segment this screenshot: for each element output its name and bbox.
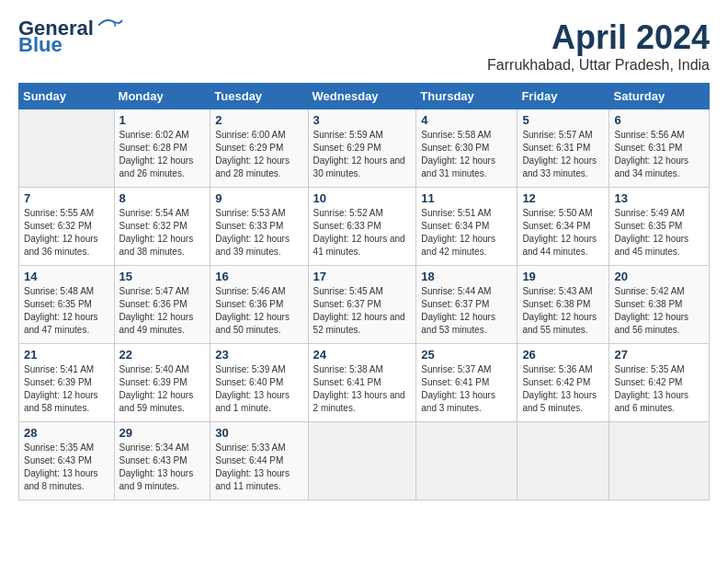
day-number: 13 (614, 191, 704, 205)
calendar-week-row: 14Sunrise: 5:48 AMSunset: 6:35 PMDayligh… (19, 266, 710, 344)
day-info: Sunrise: 5:33 AMSunset: 6:44 PMDaylight:… (215, 442, 302, 493)
day-info: Sunrise: 5:48 AMSunset: 6:35 PMDaylight:… (24, 285, 109, 337)
day-number: 11 (421, 191, 512, 205)
logo-blue-text: Blue (18, 35, 63, 55)
calendar-day-cell: 16Sunrise: 5:46 AMSunset: 6:36 PMDayligh… (210, 266, 308, 344)
day-info: Sunrise: 5:47 AMSunset: 6:36 PMDaylight:… (119, 285, 206, 337)
day-number: 5 (522, 113, 604, 127)
day-number: 6 (614, 113, 704, 127)
calendar-day-cell: 29Sunrise: 5:34 AMSunset: 6:43 PMDayligh… (114, 422, 210, 500)
day-info: Sunrise: 5:40 AMSunset: 6:39 PMDaylight:… (119, 363, 206, 415)
day-info: Sunrise: 5:55 AMSunset: 6:32 PMDaylight:… (24, 207, 109, 259)
calendar-day-cell (308, 422, 416, 500)
calendar-day-cell: 25Sunrise: 5:37 AMSunset: 6:41 PMDayligh… (416, 344, 518, 422)
calendar-day-cell: 4Sunrise: 5:58 AMSunset: 6:30 PMDaylight… (416, 109, 518, 188)
calendar-day-cell: 12Sunrise: 5:50 AMSunset: 6:34 PMDayligh… (518, 188, 609, 266)
day-info: Sunrise: 5:50 AMSunset: 6:34 PMDaylight:… (522, 207, 604, 259)
calendar-day-cell: 1Sunrise: 6:02 AMSunset: 6:28 PMDaylight… (114, 109, 210, 188)
day-info: Sunrise: 5:39 AMSunset: 6:40 PMDaylight:… (215, 363, 302, 415)
day-number: 23 (215, 348, 302, 362)
calendar-day-cell: 5Sunrise: 5:57 AMSunset: 6:31 PMDaylight… (518, 109, 609, 188)
day-info: Sunrise: 5:35 AMSunset: 6:43 PMDaylight:… (24, 442, 109, 493)
calendar-day-cell: 18Sunrise: 5:44 AMSunset: 6:37 PMDayligh… (416, 266, 518, 344)
day-info: Sunrise: 5:41 AMSunset: 6:39 PMDaylight:… (24, 363, 109, 415)
day-number: 3 (313, 113, 412, 127)
day-number: 1 (119, 113, 206, 127)
day-number: 9 (215, 191, 302, 205)
day-number: 15 (119, 270, 206, 283)
day-info: Sunrise: 5:49 AMSunset: 6:35 PMDaylight:… (614, 207, 704, 259)
calendar-day-cell: 15Sunrise: 5:47 AMSunset: 6:36 PMDayligh… (114, 266, 210, 344)
day-info: Sunrise: 5:43 AMSunset: 6:38 PMDaylight:… (522, 285, 604, 337)
calendar-day-cell: 26Sunrise: 5:36 AMSunset: 6:42 PMDayligh… (518, 344, 609, 422)
calendar-table: SundayMondayTuesdayWednesdayThursdayFrid… (18, 83, 710, 500)
calendar-day-cell (416, 422, 518, 500)
calendar-day-cell: 8Sunrise: 5:54 AMSunset: 6:32 PMDaylight… (114, 188, 210, 266)
calendar-day-cell: 6Sunrise: 5:56 AMSunset: 6:31 PMDaylight… (609, 109, 710, 188)
day-number: 4 (421, 113, 512, 127)
calendar-day-cell: 17Sunrise: 5:45 AMSunset: 6:37 PMDayligh… (308, 266, 416, 344)
month-title: April 2024 (487, 18, 710, 57)
day-number: 2 (215, 113, 302, 127)
page-header: General Blue April 2024 Farrukhabad, Utt… (18, 18, 710, 74)
calendar-week-row: 28Sunrise: 5:35 AMSunset: 6:43 PMDayligh… (19, 422, 710, 500)
calendar-day-cell: 27Sunrise: 5:35 AMSunset: 6:42 PMDayligh… (609, 344, 710, 422)
day-info: Sunrise: 6:00 AMSunset: 6:29 PMDaylight:… (215, 129, 302, 180)
logo: General Blue (18, 18, 123, 55)
day-number: 20 (614, 270, 704, 283)
title-area: April 2024 Farrukhabad, Uttar Pradesh, I… (487, 18, 710, 74)
day-of-week-header: Saturday (609, 84, 710, 109)
day-info: Sunrise: 5:34 AMSunset: 6:43 PMDaylight:… (119, 442, 206, 493)
day-number: 29 (119, 426, 206, 440)
day-number: 8 (119, 191, 206, 205)
day-of-week-header: Tuesday (210, 84, 308, 109)
day-number: 25 (421, 348, 512, 362)
calendar-day-cell: 13Sunrise: 5:49 AMSunset: 6:35 PMDayligh… (609, 188, 710, 266)
calendar-week-row: 21Sunrise: 5:41 AMSunset: 6:39 PMDayligh… (19, 344, 710, 422)
calendar-week-row: 1Sunrise: 6:02 AMSunset: 6:28 PMDaylight… (19, 109, 710, 188)
day-number: 30 (215, 426, 302, 440)
day-info: Sunrise: 5:57 AMSunset: 6:31 PMDaylight:… (522, 129, 604, 180)
calendar-day-cell (609, 422, 710, 500)
day-info: Sunrise: 5:58 AMSunset: 6:30 PMDaylight:… (421, 129, 512, 180)
day-number: 22 (119, 348, 206, 362)
calendar-day-cell (19, 109, 115, 188)
day-info: Sunrise: 5:56 AMSunset: 6:31 PMDaylight:… (614, 129, 704, 180)
day-number: 16 (215, 270, 302, 283)
day-info: Sunrise: 5:36 AMSunset: 6:42 PMDaylight:… (522, 363, 604, 415)
day-of-week-header: Wednesday (308, 84, 416, 109)
day-number: 28 (24, 426, 109, 440)
day-number: 24 (313, 348, 412, 362)
day-number: 17 (313, 270, 412, 283)
logo-bird-icon (96, 17, 123, 33)
day-info: Sunrise: 5:37 AMSunset: 6:41 PMDaylight:… (421, 363, 512, 415)
day-info: Sunrise: 5:54 AMSunset: 6:32 PMDaylight:… (119, 207, 206, 259)
day-number: 27 (614, 348, 704, 362)
calendar-day-cell: 7Sunrise: 5:55 AMSunset: 6:32 PMDaylight… (19, 188, 115, 266)
day-of-week-header: Sunday (19, 84, 115, 109)
calendar-week-row: 7Sunrise: 5:55 AMSunset: 6:32 PMDaylight… (19, 188, 710, 266)
calendar-day-cell: 2Sunrise: 6:00 AMSunset: 6:29 PMDaylight… (210, 109, 308, 188)
day-number: 10 (313, 191, 412, 205)
day-info: Sunrise: 5:45 AMSunset: 6:37 PMDaylight:… (313, 285, 412, 337)
day-number: 7 (24, 191, 109, 205)
calendar-day-cell: 24Sunrise: 5:38 AMSunset: 6:41 PMDayligh… (308, 344, 416, 422)
day-info: Sunrise: 5:51 AMSunset: 6:34 PMDaylight:… (421, 207, 512, 259)
calendar-day-cell: 9Sunrise: 5:53 AMSunset: 6:33 PMDaylight… (210, 188, 308, 266)
location-title: Farrukhabad, Uttar Pradesh, India (487, 57, 710, 74)
day-of-week-header: Friday (518, 84, 609, 109)
day-info: Sunrise: 5:35 AMSunset: 6:42 PMDaylight:… (614, 363, 704, 415)
day-info: Sunrise: 5:38 AMSunset: 6:41 PMDaylight:… (313, 363, 412, 415)
day-of-week-header: Monday (114, 84, 210, 109)
calendar-day-cell: 22Sunrise: 5:40 AMSunset: 6:39 PMDayligh… (114, 344, 210, 422)
day-info: Sunrise: 5:42 AMSunset: 6:38 PMDaylight:… (614, 285, 704, 337)
day-info: Sunrise: 5:53 AMSunset: 6:33 PMDaylight:… (215, 207, 302, 259)
day-info: Sunrise: 5:52 AMSunset: 6:33 PMDaylight:… (313, 207, 412, 259)
calendar-day-cell: 23Sunrise: 5:39 AMSunset: 6:40 PMDayligh… (210, 344, 308, 422)
calendar-header-row: SundayMondayTuesdayWednesdayThursdayFrid… (19, 84, 710, 109)
day-number: 14 (24, 270, 109, 283)
calendar-day-cell: 30Sunrise: 5:33 AMSunset: 6:44 PMDayligh… (210, 422, 308, 500)
calendar-day-cell: 20Sunrise: 5:42 AMSunset: 6:38 PMDayligh… (609, 266, 710, 344)
day-number: 26 (522, 348, 604, 362)
day-info: Sunrise: 5:59 AMSunset: 6:29 PMDaylight:… (313, 129, 412, 180)
